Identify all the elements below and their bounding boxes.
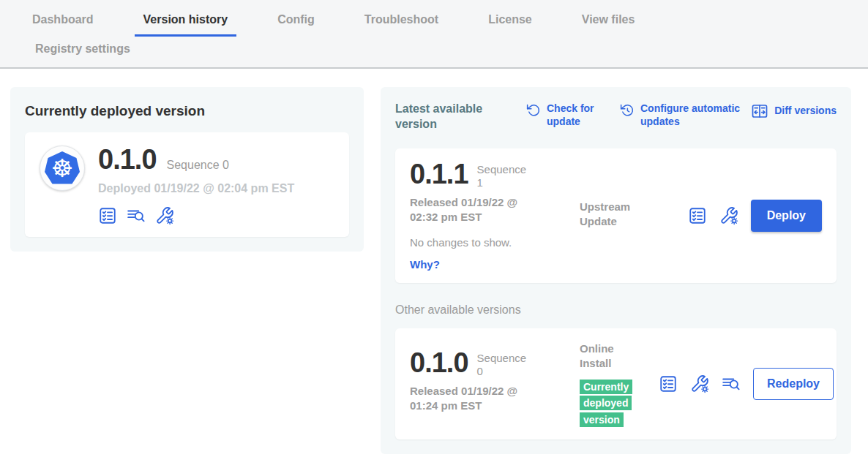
- latest-version-actions: Deploy: [688, 200, 822, 232]
- tab-view-files[interactable]: View files: [573, 10, 644, 37]
- refresh-icon: [525, 102, 541, 118]
- tab-registry-settings[interactable]: Registry settings: [26, 38, 139, 67]
- tab-dashboard[interactable]: Dashboard: [23, 10, 102, 37]
- checklist-icon[interactable]: [688, 206, 707, 225]
- other-version-number: 0.1.0: [410, 349, 468, 377]
- deployed-timestamp: Deployed 01/19/22 @ 02:04 pm EST: [98, 182, 294, 195]
- deploy-button[interactable]: Deploy: [751, 200, 822, 232]
- logs-search-icon[interactable]: [127, 206, 146, 225]
- diff-versions-link[interactable]: Diff versions: [751, 102, 837, 120]
- latest-version-sequence: Sequence 1: [477, 160, 536, 189]
- wrench-gear-icon[interactable]: [155, 206, 174, 225]
- app-header: Dashboard Version history Config Trouble…: [0, 0, 868, 69]
- primary-nav: Dashboard Version history Config Trouble…: [23, 10, 868, 37]
- tab-config[interactable]: Config: [269, 10, 323, 37]
- kubernetes-logo-icon: ☸: [40, 146, 85, 191]
- latest-available-title: Latest available version: [395, 102, 496, 132]
- other-version-row: 0.1.0 Sequence 0 Released 01/19/22 @ 01:…: [395, 328, 837, 439]
- diff-icon: [751, 102, 768, 120]
- checklist-icon[interactable]: [659, 374, 678, 393]
- redeploy-button[interactable]: Redeploy: [753, 368, 834, 400]
- wrench-gear-icon[interactable]: [690, 374, 709, 393]
- currently-deployed-title: Currently deployed version: [25, 103, 349, 119]
- wrench-gear-icon[interactable]: [719, 206, 738, 225]
- other-version-info: 0.1.0 Sequence 0 Released 01/19/22 @ 01:…: [410, 340, 580, 428]
- deployed-version-number: 0.1.0: [98, 146, 157, 173]
- latest-available-panel: Latest available version Check for updat…: [381, 87, 851, 454]
- other-version-actions: Redeploy: [659, 368, 834, 400]
- latest-available-header: Latest available version Check for updat…: [395, 102, 837, 132]
- latest-version-source: Upstream Update: [580, 200, 659, 272]
- deployed-version-card: ☸ 0.1.0 Sequence 0 Deployed 01/19/22 @ 0…: [25, 132, 349, 237]
- latest-version-info: 0.1.1 Sequence 1 Released 01/19/22 @ 02:…: [410, 160, 580, 272]
- deployed-sequence: Sequence 0: [167, 159, 229, 172]
- tab-version-history[interactable]: Version history: [135, 10, 237, 37]
- checklist-icon[interactable]: [98, 206, 117, 225]
- configure-automatic-updates-link[interactable]: Configure automatic updates: [619, 102, 749, 128]
- why-link[interactable]: Why?: [410, 258, 440, 271]
- other-version-sequence: Sequence 0: [477, 349, 536, 378]
- check-for-update-label: Check for update: [547, 102, 606, 128]
- tab-license[interactable]: License: [479, 10, 541, 37]
- latest-version-row: 0.1.1 Sequence 1 Released 01/19/22 @ 02:…: [395, 148, 837, 284]
- check-for-update-link[interactable]: Check for update: [525, 102, 606, 128]
- main-content: Currently deployed version ☸ 0.1.0 Seque…: [0, 69, 868, 454]
- other-version-source: Online Install: [580, 341, 646, 371]
- diff-versions-label: Diff versions: [774, 104, 837, 117]
- tab-troubleshoot[interactable]: Troubleshoot: [356, 10, 447, 37]
- configure-automatic-updates-label: Configure automatic updates: [640, 102, 749, 128]
- latest-version-released: Released 01/19/22 @ 02:32 pm EST: [410, 195, 542, 225]
- auto-update-clock-icon: [619, 102, 635, 118]
- currently-deployed-badge: Currently deployed version: [580, 380, 632, 427]
- other-version-source-col: Online Install Currently deployed versio…: [580, 341, 659, 428]
- latest-version-number: 0.1.1: [410, 160, 468, 188]
- secondary-nav: Registry settings: [23, 37, 868, 67]
- deployed-version-info: 0.1.0 Sequence 0 Deployed 01/19/22 @ 02:…: [98, 146, 294, 225]
- no-changes-text: No changes to show.: [410, 236, 580, 249]
- other-versions-title: Other available versions: [395, 303, 837, 317]
- other-version-released: Released 01/19/22 @ 01:24 pm EST: [410, 384, 542, 414]
- currently-deployed-panel: Currently deployed version ☸ 0.1.0 Seque…: [10, 87, 364, 252]
- logs-search-icon[interactable]: [722, 374, 741, 393]
